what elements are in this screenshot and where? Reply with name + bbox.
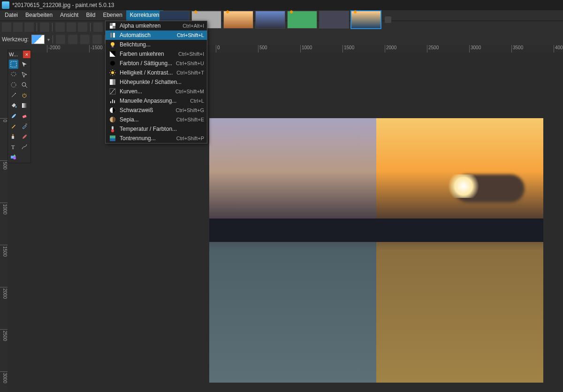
menuitem-bright[interactable]: Helligkeit / Kontrast...Ctrl+Shift+T bbox=[106, 68, 207, 77]
zoom-tool-icon[interactable] bbox=[20, 80, 29, 90]
ruler-tick: 500 bbox=[0, 160, 8, 170]
crop-icon[interactable] bbox=[93, 23, 103, 32]
menuitem-label: Farben umkehren bbox=[120, 51, 178, 57]
ruler-tick: 1500 bbox=[342, 45, 354, 53]
recolor-tool-icon[interactable] bbox=[20, 132, 29, 141]
menuitem-poster[interactable]: Tontrennung...Ctrl+Shift+P bbox=[106, 134, 207, 143]
pencil-tool-icon[interactable] bbox=[9, 121, 18, 131]
ruler-tick: 1500 bbox=[0, 245, 8, 256]
svg-rect-43 bbox=[110, 138, 115, 141]
menu-bearbeiten[interactable]: Bearbeiten bbox=[22, 10, 56, 21]
brush-tool-icon[interactable] bbox=[9, 111, 18, 121]
menuitem-levels[interactable]: Manuelle Anpassung...Ctrl+L bbox=[106, 96, 207, 106]
line-tool-icon[interactable] bbox=[20, 142, 29, 151]
menuitem-hue[interactable]: Farbton / Sättigung...Ctrl+Shift+U bbox=[106, 59, 207, 68]
titlebar: *20170615_212208.jpg - paint.net 5.0.13 bbox=[0, 0, 563, 10]
svg-point-8 bbox=[25, 123, 27, 125]
tool-options-bar: Werkzeug: ▾ bbox=[0, 33, 563, 45]
menuitem-label: Sepia... bbox=[120, 116, 176, 123]
window-title: *20170615_212208.jpg - paint.net 5.0.13 bbox=[12, 2, 114, 8]
open-file-icon[interactable] bbox=[13, 23, 23, 32]
new-file-icon[interactable] bbox=[2, 23, 11, 32]
canvas-area[interactable] bbox=[8, 53, 563, 392]
alpha-icon bbox=[108, 22, 117, 30]
clone-tool-icon[interactable] bbox=[9, 132, 18, 141]
ruler-horizontal: -2000 -1500 -1000 -500 0 500 1000 1500 2… bbox=[0, 45, 563, 53]
separator bbox=[53, 35, 53, 44]
image-left-half bbox=[209, 118, 376, 383]
ruler-tick: 2000 bbox=[0, 287, 8, 299]
shapes-tool-icon[interactable] bbox=[9, 152, 18, 162]
menuitem-curves[interactable]: Kurven...Ctrl+Shift+M bbox=[106, 87, 207, 96]
copy-icon[interactable] bbox=[67, 23, 76, 32]
svg-rect-17 bbox=[110, 33, 112, 38]
menuitem-label: Manuelle Anpassung... bbox=[120, 98, 190, 104]
dropdown-chevron-icon[interactable]: ▾ bbox=[47, 37, 50, 42]
svg-line-28 bbox=[110, 70, 111, 71]
eraser-tool-icon[interactable] bbox=[20, 111, 29, 121]
close-icon[interactable]: × bbox=[23, 51, 30, 58]
svg-rect-40 bbox=[112, 126, 114, 130]
menu-korrekturen[interactable]: Korrekturen bbox=[126, 10, 163, 21]
gradient-tool-icon[interactable] bbox=[20, 101, 29, 110]
thumb-options-icon[interactable] bbox=[385, 16, 391, 23]
ellipse-select-tool-icon[interactable] bbox=[9, 80, 18, 90]
thumb-4[interactable]: ✱ bbox=[287, 11, 317, 29]
svg-point-2 bbox=[11, 83, 16, 87]
menu-ebenen[interactable]: Ebenen bbox=[99, 10, 126, 21]
korrekturen-dropdown: Alpha umkehrenCtrl+Alt+IAutomatischCtrl+… bbox=[105, 21, 207, 143]
rect-select-tool-icon[interactable] bbox=[9, 60, 18, 69]
pan-tool-icon[interactable] bbox=[20, 90, 29, 100]
wand-tool-icon[interactable] bbox=[9, 90, 18, 100]
svg-rect-20 bbox=[112, 46, 114, 47]
hue-icon bbox=[108, 60, 117, 67]
menu-ansicht[interactable]: Ansicht bbox=[56, 10, 82, 21]
ruler-tick: 3500 bbox=[511, 45, 523, 53]
svg-rect-9 bbox=[12, 134, 14, 136]
tools-panel[interactable]: W... × T bbox=[8, 50, 31, 163]
thumb-5[interactable] bbox=[319, 11, 349, 29]
menuitem-alpha[interactable]: Alpha umkehrenCtrl+Alt+I bbox=[106, 21, 207, 30]
svg-point-1 bbox=[11, 72, 16, 76]
menuitem-temp[interactable]: Temperatur / Farbton... bbox=[106, 124, 207, 134]
thumb-6[interactable]: ✱ bbox=[351, 11, 381, 29]
bucket-tool-icon[interactable] bbox=[9, 101, 18, 110]
move-selection-tool-icon[interactable] bbox=[20, 70, 29, 79]
thumb-3[interactable] bbox=[255, 11, 285, 29]
menuitem-label: Alpha umkehren bbox=[120, 23, 183, 29]
shape-option-4-icon[interactable] bbox=[92, 35, 102, 44]
lasso-tool-icon[interactable] bbox=[9, 70, 18, 79]
svg-point-5 bbox=[15, 106, 17, 108]
shape-option-1-icon[interactable] bbox=[56, 35, 65, 44]
picker-tool-icon[interactable] bbox=[20, 121, 29, 131]
image-sun bbox=[445, 174, 482, 198]
poster-icon bbox=[108, 135, 117, 142]
menuitem-label: Temperatur / Farbton... bbox=[120, 126, 204, 132]
cut-icon[interactable] bbox=[55, 23, 65, 32]
menuitem-auto[interactable]: AutomatischCtrl+Shift+L bbox=[106, 30, 207, 40]
thumb-2[interactable]: ✱ bbox=[223, 11, 253, 29]
menuitem-highlow[interactable]: Höhepunkte / Schatten... bbox=[106, 77, 207, 87]
menuitem-bulb[interactable]: Belichtung... bbox=[106, 40, 207, 49]
menuitem-invert[interactable]: Farben umkehrenCtrl+Shift+I bbox=[106, 49, 207, 59]
tools-panel-header[interactable]: W... × bbox=[8, 50, 30, 59]
ruler-tick: 1000 bbox=[300, 45, 312, 53]
text-tool-icon[interactable]: T bbox=[9, 142, 18, 151]
menu-bild[interactable]: Bild bbox=[82, 10, 99, 21]
paste-icon[interactable] bbox=[78, 23, 87, 32]
ruler-tick: 500 bbox=[258, 45, 267, 53]
active-tool-swatch[interactable] bbox=[31, 35, 45, 44]
shape-option-2-icon[interactable] bbox=[68, 35, 77, 44]
curves-icon bbox=[108, 88, 117, 95]
save-file-icon[interactable] bbox=[24, 23, 34, 32]
canvas-image[interactable] bbox=[209, 118, 543, 383]
menu-datei[interactable]: Datei bbox=[1, 10, 22, 21]
svg-line-31 bbox=[114, 70, 115, 71]
print-icon[interactable] bbox=[40, 23, 49, 32]
temp-icon bbox=[108, 125, 117, 133]
menuitem-bw[interactable]: SchwarzweißCtrl+Shift+G bbox=[106, 106, 207, 115]
shape-option-3-icon[interactable] bbox=[80, 35, 90, 44]
ruler-tick: 0 bbox=[0, 118, 8, 122]
menuitem-sepia[interactable]: Sepia...Ctrl+Shift+E bbox=[106, 115, 207, 124]
move-tool-icon[interactable] bbox=[20, 60, 29, 69]
